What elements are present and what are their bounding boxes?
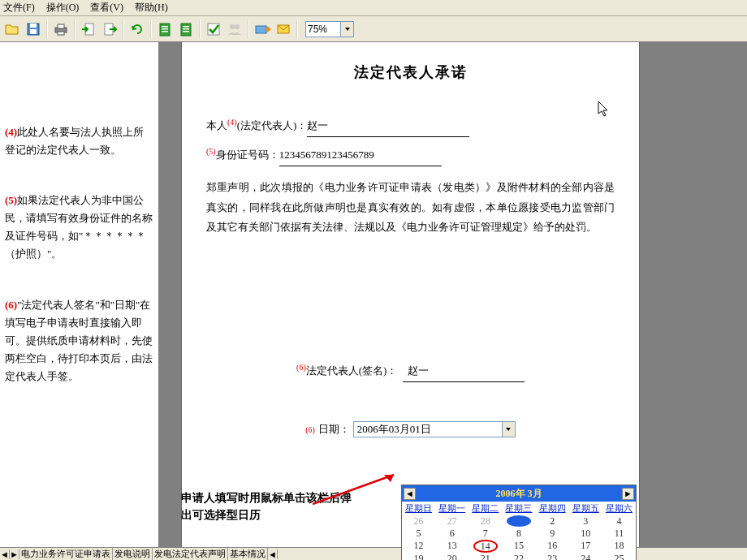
calendar-popup[interactable]: ◄ 2006年 3月 ► 星期日星期一星期二星期三星期四星期五星期六 26272… bbox=[401, 485, 637, 560]
note-6: (6)"法定代表人签名"和"日期"在填写电子申请表时直接输入即可。提供纸质申请材… bbox=[5, 296, 153, 386]
calendar-day[interactable]: 11 bbox=[602, 528, 636, 540]
calendar-title: 2006年 3月 bbox=[496, 487, 542, 501]
svg-rect-9 bbox=[162, 26, 168, 28]
id-number-field[interactable]: 123456789123456789 bbox=[279, 145, 442, 166]
tab-item[interactable]: 基本情况 bbox=[228, 548, 268, 560]
calendar-weekday: 星期五 bbox=[569, 502, 602, 515]
calendar-day[interactable]: 3 bbox=[569, 515, 602, 528]
svg-rect-14 bbox=[183, 28, 189, 30]
tab-item[interactable]: 发电说明 bbox=[113, 548, 153, 560]
calendar-day[interactable]: 15 bbox=[502, 540, 535, 553]
calendar-day[interactable]: 17 bbox=[569, 540, 602, 553]
calendar-day[interactable]: 25 bbox=[602, 553, 636, 560]
date-value: 2006年03月01日 bbox=[357, 420, 431, 440]
document-page: 法定代表人承诺 本人(4)(法定代表人)：赵一 (5)身份证号码：1234567… bbox=[181, 42, 640, 547]
svg-rect-10 bbox=[162, 28, 168, 30]
svg-rect-2 bbox=[30, 29, 37, 34]
calendar-day[interactable]: 24 bbox=[569, 553, 602, 560]
signature-field[interactable]: 赵一 bbox=[403, 361, 525, 382]
svg-rect-5 bbox=[58, 32, 64, 35]
tab-item[interactable]: 发电法定代表声明 bbox=[153, 548, 228, 560]
svg-line-21 bbox=[313, 475, 394, 504]
tab-nav-end-icon[interactable]: ◄ bbox=[268, 549, 278, 559]
calendar-day[interactable]: 23 bbox=[536, 553, 569, 560]
calendar-day[interactable]: 18 bbox=[602, 540, 636, 553]
calendar-day[interactable]: 4 bbox=[602, 515, 636, 528]
calendar-weekday: 星期六 bbox=[602, 502, 636, 515]
calendar-weekday: 星期二 bbox=[468, 502, 502, 515]
export-icon[interactable] bbox=[101, 20, 119, 38]
calendar-day[interactable]: 12 bbox=[402, 540, 435, 553]
mail-icon[interactable] bbox=[274, 20, 292, 38]
calendar-day[interactable]: 21 bbox=[468, 553, 502, 560]
calendar-day[interactable]: 28 bbox=[468, 515, 502, 528]
calendar-day[interactable]: 22 bbox=[502, 553, 535, 560]
svg-rect-13 bbox=[183, 26, 189, 28]
calendar-day-grid: 2627281234567891011121314151617181920212… bbox=[402, 515, 636, 560]
tab-nav-prev-icon[interactable]: ◄ bbox=[0, 549, 10, 559]
users-icon[interactable] bbox=[226, 20, 244, 38]
side-notes-panel: (4)此处人名要与法人执照上所登记的法定代表人一致。 (5)如果法定代表人为非中… bbox=[0, 42, 158, 547]
representative-name-field[interactable]: 赵一 bbox=[307, 116, 469, 137]
declaration-text: 郑重声明，此次填报的《电力业务许可证申请表（发电类）》及附件材料的全部内容是真实… bbox=[206, 178, 615, 238]
calendar-day[interactable]: 13 bbox=[435, 540, 468, 553]
svg-point-18 bbox=[235, 24, 240, 29]
tab-nav-next-icon[interactable]: ► bbox=[10, 549, 19, 559]
calendar-day[interactable]: 1 bbox=[502, 515, 535, 528]
calendar-day[interactable]: 16 bbox=[536, 540, 569, 553]
note-4: (4)此处人名要与法人执照上所登记的法定代表人一致。 bbox=[5, 123, 153, 159]
svg-point-17 bbox=[230, 24, 235, 29]
zoom-input[interactable] bbox=[305, 21, 341, 37]
open-icon[interactable] bbox=[3, 20, 21, 38]
calendar-prev-icon[interactable]: ◄ bbox=[404, 488, 416, 500]
note-5: (5)如果法定代表人为非中国公民，请填写有效身份证件的名称及证件号码，如"＊＊＊… bbox=[5, 192, 153, 263]
refresh-icon[interactable] bbox=[128, 20, 146, 38]
print-icon[interactable] bbox=[52, 20, 70, 38]
date-row: (6)日期： 2006年03月01日 bbox=[206, 420, 615, 440]
representative-line: 本人(4)(法定代表人)：赵一 bbox=[206, 114, 615, 137]
document-title: 法定代表人承诺 bbox=[206, 62, 615, 82]
dropdown-arrow-icon[interactable] bbox=[502, 422, 515, 437]
svg-rect-1 bbox=[30, 24, 37, 28]
calendar-weekday-row: 星期日星期一星期二星期三星期四星期五星期六 bbox=[402, 502, 636, 515]
clipboard1-icon[interactable] bbox=[156, 20, 174, 38]
calendar-weekday: 星期一 bbox=[435, 502, 468, 515]
signature-row: (6)法定代表人(签名)： 赵一 bbox=[206, 360, 615, 382]
mouse-cursor-icon bbox=[598, 101, 611, 118]
menu-bar: 文件(F) 操作(O) 查看(V) 帮助(H) bbox=[0, 0, 747, 16]
calendar-day[interactable]: 8 bbox=[502, 528, 535, 540]
calendar-day[interactable]: 9 bbox=[536, 528, 569, 540]
calendar-day[interactable]: 6 bbox=[435, 528, 468, 540]
calendar-day[interactable]: 26 bbox=[402, 515, 435, 528]
calendar-next-icon[interactable]: ► bbox=[622, 488, 634, 500]
calendar-weekday: 星期日 bbox=[402, 502, 435, 515]
check-icon[interactable] bbox=[205, 20, 222, 38]
arrow-annotation bbox=[313, 472, 402, 506]
date-dropdown[interactable]: 2006年03月01日 bbox=[353, 421, 516, 437]
calendar-day[interactable]: 7 bbox=[468, 528, 502, 540]
calendar-header: ◄ 2006年 3月 ► bbox=[402, 485, 636, 502]
clipboard2-icon[interactable] bbox=[177, 20, 195, 38]
import-icon[interactable] bbox=[80, 20, 97, 38]
toolbar bbox=[0, 16, 747, 42]
calendar-day[interactable]: 14 bbox=[468, 540, 502, 553]
svg-rect-15 bbox=[183, 31, 189, 32]
svg-rect-11 bbox=[162, 31, 168, 32]
menu-view[interactable]: 查看(V) bbox=[90, 1, 123, 15]
id-line: (5)身份证号码：123456789123456789 bbox=[206, 144, 615, 166]
calendar-day[interactable]: 2 bbox=[536, 515, 569, 528]
zoom-dropdown-icon[interactable] bbox=[341, 21, 354, 37]
calendar-day[interactable]: 19 bbox=[402, 553, 435, 560]
menu-operate[interactable]: 操作(O) bbox=[46, 1, 80, 15]
tab-item[interactable]: 电力业务许可证申请表 bbox=[19, 548, 113, 560]
send-icon[interactable] bbox=[253, 20, 271, 38]
menu-help[interactable]: 帮助(H) bbox=[135, 1, 168, 15]
zoom-control[interactable] bbox=[305, 21, 354, 37]
svg-rect-4 bbox=[58, 24, 64, 28]
save-icon[interactable] bbox=[24, 20, 42, 38]
calendar-day[interactable]: 5 bbox=[402, 528, 435, 540]
calendar-day[interactable]: 27 bbox=[435, 515, 468, 528]
menu-file[interactable]: 文件(F) bbox=[3, 1, 35, 15]
calendar-day[interactable]: 20 bbox=[435, 553, 468, 560]
calendar-day[interactable]: 10 bbox=[569, 528, 602, 540]
